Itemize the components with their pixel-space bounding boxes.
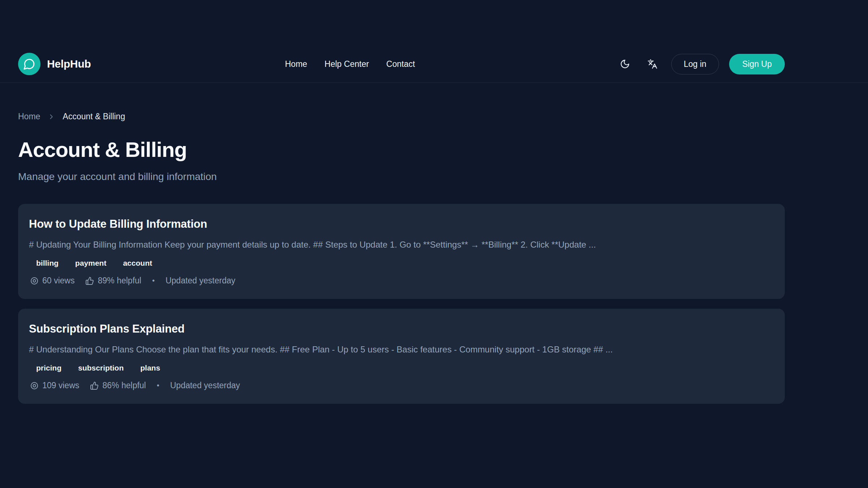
- primary-nav: Home Help Center Contact: [285, 53, 415, 75]
- views-label: 60 views: [42, 276, 75, 286]
- tag: pricing: [36, 364, 61, 372]
- thumbs-up-icon: [85, 277, 94, 285]
- login-button[interactable]: Log in: [671, 54, 719, 74]
- article-meta: 60 views 89% helpful • Updated yesterday: [29, 276, 770, 286]
- tag: account: [123, 259, 152, 267]
- top-navigation-bar: HelpHub Home Help Center Contact: [0, 0, 868, 83]
- helpful-stat: 89% helpful: [85, 276, 141, 286]
- dark-mode-toggle[interactable]: [616, 55, 634, 73]
- eye-icon: [30, 277, 39, 285]
- helpful-stat: 86% helpful: [90, 381, 146, 390]
- views-stat: 60 views: [30, 276, 75, 286]
- nav-link-home[interactable]: Home: [285, 59, 307, 69]
- speech-bubble-icon: [23, 58, 35, 70]
- breadcrumb-current: Account & Billing: [63, 112, 125, 121]
- page-title: Account & Billing: [18, 137, 785, 162]
- article-card-billing-info[interactable]: How to Update Billing Information # Upda…: [18, 204, 785, 299]
- breadcrumb-home-link[interactable]: Home: [18, 112, 40, 121]
- article-snippet: # Updating Your Billing Information Keep…: [29, 238, 770, 251]
- main-content: Home Account & Billing Account & Billing…: [18, 112, 785, 404]
- article-title[interactable]: How to Update Billing Information: [29, 218, 770, 231]
- nav-link-help-center[interactable]: Help Center: [324, 59, 369, 69]
- tag: payment: [75, 259, 106, 267]
- tag: subscription: [78, 364, 124, 372]
- article-list: How to Update Billing Information # Upda…: [18, 204, 785, 404]
- brand-logo-badge: [18, 53, 41, 75]
- thumbs-up-icon: [90, 381, 99, 390]
- brand-logo[interactable]: HelpHub: [18, 53, 91, 75]
- meta-separator-dot: •: [157, 381, 159, 390]
- translate-icon: [647, 59, 658, 69]
- updated-label: Updated yesterday: [166, 276, 235, 286]
- moon-icon: [620, 59, 630, 69]
- nav-actions: Log in Sign Up: [616, 53, 785, 75]
- article-snippet: # Understanding Our Plans Choose the pla…: [29, 343, 770, 356]
- meta-separator-dot: •: [152, 277, 155, 285]
- chevron-right-icon: [47, 113, 55, 121]
- brand-name: HelpHub: [47, 58, 91, 70]
- views-label: 109 views: [42, 381, 79, 390]
- helpful-label: 86% helpful: [102, 381, 146, 390]
- article-meta: 109 views 86% helpful • Updated yesterda…: [29, 381, 770, 390]
- updated-label: Updated yesterday: [170, 381, 240, 390]
- breadcrumb: Home Account & Billing: [18, 112, 785, 121]
- helpful-label: 89% helpful: [98, 276, 141, 286]
- nav-link-contact[interactable]: Contact: [386, 59, 415, 69]
- views-stat: 109 views: [30, 381, 79, 390]
- eye-icon: [30, 381, 39, 390]
- language-toggle[interactable]: [644, 55, 661, 73]
- article-card-subscription-plans[interactable]: Subscription Plans Explained # Understan…: [18, 309, 785, 404]
- article-title[interactable]: Subscription Plans Explained: [29, 322, 770, 335]
- tag: billing: [36, 259, 59, 267]
- signup-button[interactable]: Sign Up: [729, 54, 785, 74]
- page-subtitle: Manage your account and billing informat…: [18, 171, 785, 183]
- article-tags: pricing subscription plans: [29, 364, 770, 372]
- article-tags: billing payment account: [29, 259, 770, 267]
- tag: plans: [140, 364, 160, 372]
